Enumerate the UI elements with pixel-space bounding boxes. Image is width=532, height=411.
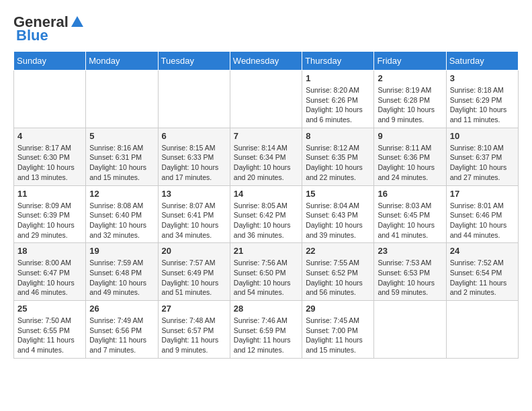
day-number: 28	[234, 304, 298, 314]
day-header-sunday: Sunday	[14, 52, 86, 71]
day-number: 12	[89, 189, 154, 199]
day-info: Sunrise: 8:19 AMSunset: 6:28 PMDaylight:…	[378, 85, 442, 125]
calendar-cell: 13Sunrise: 8:07 AMSunset: 6:41 PMDayligh…	[158, 185, 230, 243]
day-header-saturday: Saturday	[446, 52, 518, 71]
day-number: 15	[306, 189, 370, 199]
calendar-week-row: 4Sunrise: 8:17 AMSunset: 6:30 PMDaylight…	[14, 128, 519, 185]
day-number: 4	[17, 131, 82, 141]
calendar-cell: 6Sunrise: 8:15 AMSunset: 6:33 PMDaylight…	[158, 128, 230, 185]
day-header-wednesday: Wednesday	[230, 52, 302, 71]
day-number: 29	[306, 304, 370, 314]
calendar-cell: 7Sunrise: 8:14 AMSunset: 6:34 PMDaylight…	[230, 128, 302, 185]
day-number: 22	[306, 246, 370, 256]
day-info: Sunrise: 8:16 AMSunset: 6:31 PMDaylight:…	[89, 143, 154, 183]
day-info: Sunrise: 7:55 AMSunset: 6:52 PMDaylight:…	[306, 258, 370, 298]
calendar-cell	[86, 71, 158, 128]
day-number: 14	[234, 189, 298, 199]
day-number: 23	[378, 246, 442, 256]
day-header-tuesday: Tuesday	[158, 52, 230, 71]
logo-icon	[70, 15, 85, 30]
day-number: 13	[162, 189, 226, 199]
calendar-header-row: SundayMondayTuesdayWednesdayThursdayFrid…	[14, 52, 519, 71]
day-info: Sunrise: 8:15 AMSunset: 6:33 PMDaylight:…	[162, 143, 226, 183]
day-info: Sunrise: 8:14 AMSunset: 6:34 PMDaylight:…	[234, 143, 298, 183]
day-number: 27	[162, 304, 226, 314]
day-number: 25	[17, 304, 82, 314]
calendar-week-row: 25Sunrise: 7:50 AMSunset: 6:55 PMDayligh…	[14, 301, 519, 359]
calendar-cell: 2Sunrise: 8:19 AMSunset: 6:28 PMDaylight…	[374, 71, 446, 128]
logo: General Blue	[13, 13, 86, 44]
day-number: 24	[450, 246, 515, 256]
day-info: Sunrise: 8:18 AMSunset: 6:29 PMDaylight:…	[450, 85, 515, 125]
calendar-cell: 19Sunrise: 7:59 AMSunset: 6:48 PMDayligh…	[86, 243, 158, 301]
day-number: 20	[162, 246, 226, 256]
day-info: Sunrise: 8:20 AMSunset: 6:26 PMDaylight:…	[306, 85, 370, 125]
day-info: Sunrise: 8:12 AMSunset: 6:35 PMDaylight:…	[306, 143, 370, 183]
day-info: Sunrise: 8:11 AMSunset: 6:36 PMDaylight:…	[378, 143, 442, 183]
day-info: Sunrise: 7:46 AMSunset: 6:59 PMDaylight:…	[234, 316, 298, 355]
calendar-cell: 22Sunrise: 7:55 AMSunset: 6:52 PMDayligh…	[302, 243, 374, 301]
day-info: Sunrise: 8:07 AMSunset: 6:41 PMDaylight:…	[162, 201, 226, 240]
calendar-week-row: 1Sunrise: 8:20 AMSunset: 6:26 PMDaylight…	[14, 71, 519, 128]
calendar-cell: 4Sunrise: 8:17 AMSunset: 6:30 PMDaylight…	[14, 128, 86, 185]
day-number: 19	[89, 246, 154, 256]
day-header-friday: Friday	[374, 52, 446, 71]
calendar-cell: 14Sunrise: 8:05 AMSunset: 6:42 PMDayligh…	[230, 185, 302, 243]
calendar-cell: 23Sunrise: 7:53 AMSunset: 6:53 PMDayligh…	[374, 243, 446, 301]
page-header: General Blue	[13, 13, 519, 44]
calendar-week-row: 11Sunrise: 8:09 AMSunset: 6:39 PMDayligh…	[14, 185, 519, 243]
calendar-cell: 10Sunrise: 8:10 AMSunset: 6:37 PMDayligh…	[446, 128, 518, 185]
calendar-cell: 1Sunrise: 8:20 AMSunset: 6:26 PMDaylight…	[302, 71, 374, 128]
day-number: 2	[378, 73, 442, 83]
svg-marker-0	[71, 16, 83, 27]
calendar-cell: 28Sunrise: 7:46 AMSunset: 6:59 PMDayligh…	[230, 301, 302, 359]
calendar-cell: 26Sunrise: 7:49 AMSunset: 6:56 PMDayligh…	[86, 301, 158, 359]
day-info: Sunrise: 7:45 AMSunset: 7:00 PMDaylight:…	[306, 316, 370, 355]
calendar-cell: 21Sunrise: 7:56 AMSunset: 6:50 PMDayligh…	[230, 243, 302, 301]
day-info: Sunrise: 8:01 AMSunset: 6:46 PMDaylight:…	[450, 201, 515, 240]
day-number: 1	[306, 73, 370, 83]
day-number: 26	[89, 304, 154, 314]
calendar-cell: 8Sunrise: 8:12 AMSunset: 6:35 PMDaylight…	[302, 128, 374, 185]
calendar-cell: 9Sunrise: 8:11 AMSunset: 6:36 PMDaylight…	[374, 128, 446, 185]
calendar-cell: 16Sunrise: 8:03 AMSunset: 6:45 PMDayligh…	[374, 185, 446, 243]
day-number: 10	[450, 131, 515, 141]
calendar-cell	[374, 301, 446, 359]
day-info: Sunrise: 7:59 AMSunset: 6:48 PMDaylight:…	[89, 258, 154, 298]
day-header-monday: Monday	[86, 52, 158, 71]
day-number: 7	[234, 131, 298, 141]
calendar-cell: 27Sunrise: 7:48 AMSunset: 6:57 PMDayligh…	[158, 301, 230, 359]
calendar-cell	[14, 71, 86, 128]
calendar-cell: 5Sunrise: 8:16 AMSunset: 6:31 PMDaylight…	[86, 128, 158, 185]
calendar-cell	[446, 301, 518, 359]
day-info: Sunrise: 7:52 AMSunset: 6:54 PMDaylight:…	[450, 258, 515, 298]
day-info: Sunrise: 8:08 AMSunset: 6:40 PMDaylight:…	[89, 201, 154, 240]
day-info: Sunrise: 7:49 AMSunset: 6:56 PMDaylight:…	[89, 316, 154, 355]
calendar-cell: 3Sunrise: 8:18 AMSunset: 6:29 PMDaylight…	[446, 71, 518, 128]
day-number: 3	[450, 73, 515, 83]
day-info: Sunrise: 8:17 AMSunset: 6:30 PMDaylight:…	[17, 143, 82, 183]
day-info: Sunrise: 7:50 AMSunset: 6:55 PMDaylight:…	[17, 316, 82, 355]
day-number: 5	[89, 131, 154, 141]
calendar-cell: 18Sunrise: 8:00 AMSunset: 6:47 PMDayligh…	[14, 243, 86, 301]
calendar-cell: 25Sunrise: 7:50 AMSunset: 6:55 PMDayligh…	[14, 301, 86, 359]
day-number: 6	[162, 131, 226, 141]
calendar-cell: 17Sunrise: 8:01 AMSunset: 6:46 PMDayligh…	[446, 185, 518, 243]
day-info: Sunrise: 7:48 AMSunset: 6:57 PMDaylight:…	[162, 316, 226, 355]
calendar-cell: 12Sunrise: 8:08 AMSunset: 6:40 PMDayligh…	[86, 185, 158, 243]
day-number: 18	[17, 246, 82, 256]
day-info: Sunrise: 8:10 AMSunset: 6:37 PMDaylight:…	[450, 143, 515, 183]
logo-blue: Blue	[16, 27, 48, 44]
day-info: Sunrise: 8:00 AMSunset: 6:47 PMDaylight:…	[17, 258, 82, 298]
day-info: Sunrise: 7:56 AMSunset: 6:50 PMDaylight:…	[234, 258, 298, 298]
calendar-cell: 15Sunrise: 8:04 AMSunset: 6:43 PMDayligh…	[302, 185, 374, 243]
day-info: Sunrise: 8:05 AMSunset: 6:42 PMDaylight:…	[234, 201, 298, 240]
day-info: Sunrise: 7:53 AMSunset: 6:53 PMDaylight:…	[378, 258, 442, 298]
day-number: 11	[17, 189, 82, 199]
day-number: 8	[306, 131, 370, 141]
calendar-cell: 29Sunrise: 7:45 AMSunset: 7:00 PMDayligh…	[302, 301, 374, 359]
day-header-thursday: Thursday	[302, 52, 374, 71]
day-number: 16	[378, 189, 442, 199]
calendar-cell: 24Sunrise: 7:52 AMSunset: 6:54 PMDayligh…	[446, 243, 518, 301]
calendar-week-row: 18Sunrise: 8:00 AMSunset: 6:47 PMDayligh…	[14, 243, 519, 301]
